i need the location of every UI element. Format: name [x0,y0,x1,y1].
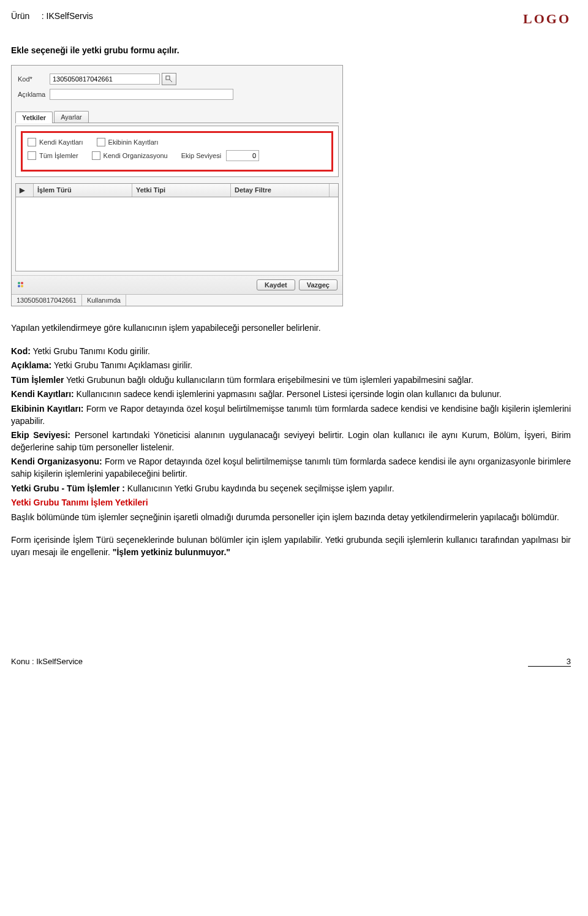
product-label: Ürün [11,11,29,21]
tum-islemler-text: Yetki Grubunun bağlı olduğu kullanıcılar… [64,375,473,385]
konu-value: IkSelfService [36,657,83,666]
page-number-block: 3 [528,657,571,667]
svg-point-4 [21,285,23,287]
permissions-grid: ▶ İşlem Türü Yetki Tipi Detay Filtre [15,183,339,271]
kod-input[interactable] [50,74,160,85]
tum-islemler-term: Tüm İşlemler [11,375,64,385]
checkbox-icon [28,138,36,146]
para-11-quote: "İşlem yetkiniz bulunmuyor." [113,547,230,557]
tum-islemler-checkbox[interactable]: Tüm İşlemler [28,151,78,160]
aciklama-input[interactable] [50,89,233,100]
page-footer: Konu : IkSelfService 3 [11,657,571,667]
kendi-kayitlari-term: Kendi Kayıtları: [11,389,74,399]
grid-col-detay-filtre[interactable]: Detay Filtre [231,184,330,197]
kendi-kayitlari-checkbox[interactable]: Kendi Kayıtları [28,138,83,146]
permission-group-form: Kod* Açıklama Yetkiler Ayarlar Kendi Kay… [11,65,343,306]
product-name: IKSelfServis [47,11,93,21]
kod-term: Kod: [11,346,31,356]
status-code: 1305050817042661 [12,295,82,306]
tab-ayarlar[interactable]: Ayarlar [54,111,89,123]
aciklama-term: Açıklama: [11,360,51,370]
svg-point-1 [18,282,20,284]
tabs: Yetkiler Ayarlar [15,111,339,123]
kod-lookup-button[interactable] [162,73,176,85]
status-state: Kullanımda [82,295,126,306]
aciklama-label: Açıklama [18,91,50,98]
tag-icon [165,75,173,83]
svg-point-2 [21,282,23,284]
tum-islemler-label: Tüm İşlemler [39,152,78,159]
kod-text: Yetki Grubu Tanımı Kodu girilir. [31,346,150,356]
para-intro: Yapılan yetkilendirmeye göre kullanıcını… [11,322,571,335]
highlight-box: Kendi Kayıtları Ekibinin Kayıtları Tüm İ… [21,131,333,172]
ekip-seviyesi-label: Ekip Seviyesi [181,152,221,159]
kod-label: Kod* [18,75,50,83]
page-number: 3 [528,657,571,666]
product-line: Ürün : IKSelfServis [11,11,93,21]
grid-header: ▶ İşlem Türü Yetki Tipi Detay Filtre [16,184,338,197]
palette-icon[interactable] [17,279,25,290]
svg-rect-0 [166,76,170,80]
para-10: Başlık bölümünde tüm işlemler seçneğinin… [11,512,571,524]
aciklama-text: Yetki Grubu Tanımı Açıklaması girilir. [51,360,192,370]
ekip-seviyesi-input[interactable] [226,150,259,161]
yetki-grubu-tum-islemler-term: Yetki Grubu - Tüm İşlemler : [11,483,125,493]
para-11a: Form içerisinde İşlem Türü seçeneklerind… [11,535,571,557]
grid-body-empty[interactable] [16,197,338,271]
tab-yetkiler[interactable]: Yetkiler [15,112,53,123]
yetki-grubu-tum-islemler-text: Kullanıcının Yetki Grubu kaydında bu seç… [125,483,394,493]
intro-text: Ekle seçeneği ile yetki grubu formu açıl… [11,45,571,55]
status-bar: 1305050817042661 Kullanımda [12,294,342,306]
form-footer: Kaydet Vazgeç [12,275,342,294]
kendi-organizasyonu-label: Kendi Organizasyonu [104,152,168,159]
ekip-seviyesi-text: Personel kartındaki Yöneticisi alanının … [11,430,571,452]
svg-point-3 [18,285,20,287]
ekibinin-kayitlari-text: Form ve Rapor detayında özel koşul belir… [11,404,571,426]
ekibinin-kayitlari-term: Ekibinin Kayıtları: [11,404,84,414]
grid-row-handle[interactable]: ▶ [16,184,34,197]
grid-col-islem-turu[interactable]: İşlem Türü [34,184,132,197]
description-body: Yapılan yetkilendirmeye göre kullanıcını… [11,322,571,559]
brand-logo: LOGO [523,11,571,27]
vazgec-button[interactable]: Vazgeç [299,279,337,290]
section-heading: Yetki Grubu Tanımı İşlem Yetkileri [11,497,571,509]
checkbox-icon [92,151,100,160]
checkbox-icon [97,138,105,146]
kendi-organizasyonu-term: Kendi Organizasyonu: [11,456,102,466]
grid-col-yetki-tipi[interactable]: Yetki Tipi [132,184,231,197]
ekibinin-kayitlari-checkbox[interactable]: Ekibinin Kayıtları [97,138,159,146]
kaydet-button[interactable]: Kaydet [257,279,295,290]
page-number-rule [528,666,571,667]
kendi-organizasyonu-checkbox[interactable]: Kendi Organizasyonu [92,151,168,160]
kendi-kayitlari-text: Kullanıcının sadece kendi işlemlerini ya… [74,389,502,399]
checkbox-icon [28,151,36,160]
yetkiler-panel: Kendi Kayıtları Ekibinin Kayıtları Tüm İ… [15,126,339,177]
konu-label: Konu : [11,657,34,666]
ekip-seviyesi-term: Ekip Seviyesi: [11,430,70,440]
ekibinin-kayitlari-label: Ekibinin Kayıtları [108,138,159,146]
kendi-kayitlari-label: Kendi Kayıtları [39,138,83,146]
product-sep: : [42,11,44,21]
